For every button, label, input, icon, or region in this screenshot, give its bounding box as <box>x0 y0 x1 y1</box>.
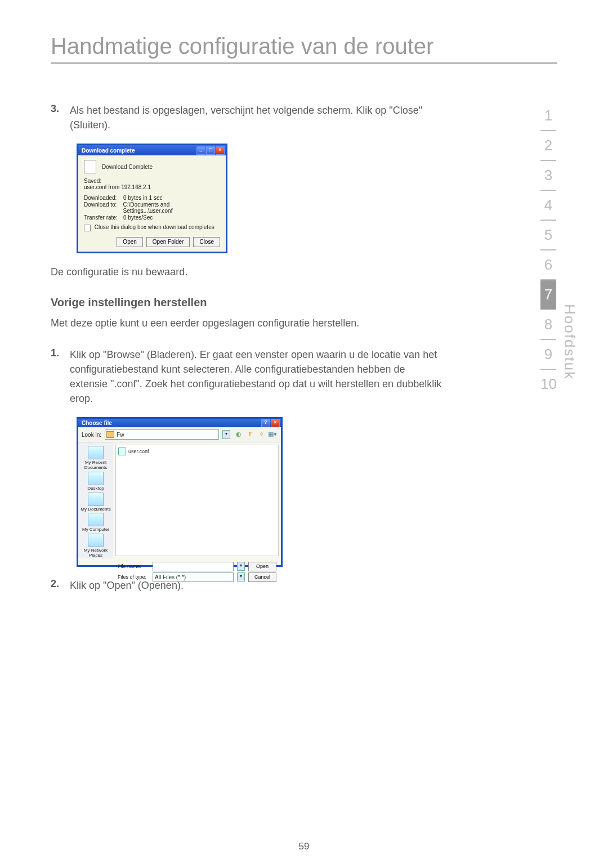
step-3-number: 3. <box>51 103 70 132</box>
downloadto-label: Download to: <box>84 202 123 214</box>
step-3: 3. Als het bestand is opgeslagen, versch… <box>51 103 445 132</box>
look-in-dropdown[interactable]: Fw <box>105 429 219 440</box>
close-when-done-label: Close this dialog box when download comp… <box>95 224 214 230</box>
dropdown-arrow-icon[interactable]: ▾ <box>237 562 245 571</box>
sidebar-label: Hoofdstuk <box>561 304 578 380</box>
close-icon[interactable]: × <box>216 146 225 155</box>
chapter-4[interactable]: 4 <box>540 191 556 221</box>
dialog1-titlebar: Download complete _ □ × <box>78 145 226 155</box>
folder-icon <box>106 431 114 438</box>
places-bar: My Recent Documents Desktop My Documents… <box>78 442 113 558</box>
filename-input[interactable] <box>153 562 234 571</box>
place-network[interactable]: My Network Places <box>78 534 113 558</box>
close-icon[interactable]: × <box>271 419 280 427</box>
dialog2-title: Choose file <box>82 420 112 426</box>
chapter-5[interactable]: 5 <box>540 221 556 250</box>
config-saved-text: De configuratie is nu bewaard. <box>51 265 445 279</box>
minimize-icon[interactable]: _ <box>196 146 205 155</box>
dialog2-titlebar: Choose file ? × <box>78 419 281 427</box>
title-rule <box>51 62 557 64</box>
downloadto-value: C:\Documents and Settings...\user.conf <box>123 202 220 214</box>
step-2-number: 2. <box>51 578 70 593</box>
look-in-label: Look in: <box>82 432 101 438</box>
download-complete-dialog: Download complete _ □ × Download Complet… <box>77 144 227 253</box>
step-2-text: Klik op "Open" (Openen). <box>70 578 184 593</box>
chapter-3[interactable]: 3 <box>540 161 556 191</box>
downloaded-value: 0 bytes in 1 sec <box>123 195 162 201</box>
restore-subheading: Vorige instellingen herstellen <box>51 296 445 309</box>
open-button[interactable]: Open <box>117 237 142 247</box>
cancel-button[interactable]: Cancel <box>248 572 276 582</box>
chapter-1[interactable]: 1 <box>540 101 556 131</box>
look-in-value: Fw <box>117 432 124 438</box>
transfer-value: 0 bytes/Sec <box>123 214 153 221</box>
list-item[interactable]: user.conf <box>118 448 276 455</box>
transfer-label: Transfer rate: <box>84 214 123 221</box>
step-3-text: Als het bestand is opgeslagen, verschijn… <box>70 103 445 132</box>
chapter-list: 12345678910 <box>540 101 556 399</box>
dialog1-saved-value: user.conf from 192.168.2.1 <box>84 184 220 190</box>
file-list[interactable]: user.conf <box>115 445 279 556</box>
help-icon[interactable]: ? <box>261 419 270 427</box>
maximize-icon[interactable]: □ <box>206 146 215 155</box>
dropdown-arrow-icon[interactable]: ▾ <box>237 572 245 581</box>
views-icon[interactable]: ▦▾ <box>267 429 278 440</box>
place-mycomputer[interactable]: My Computer <box>82 513 109 533</box>
file-name: user.conf <box>128 449 149 454</box>
dialog1-saved-label: Saved: <box>84 178 220 184</box>
dialog1-header: Download Complete <box>102 164 153 170</box>
dropdown-arrow-icon[interactable]: ▾ <box>222 430 230 439</box>
document-icon <box>84 160 96 173</box>
close-button[interactable]: Close <box>193 237 220 247</box>
step-1-number: 1. <box>51 347 70 406</box>
chapter-8[interactable]: 8 <box>540 310 556 340</box>
chapter-9[interactable]: 9 <box>540 340 556 370</box>
restore-intro: Met deze optie kunt u een eerder opgesla… <box>51 316 445 330</box>
new-folder-icon[interactable]: ✧ <box>256 429 266 440</box>
chapter-2[interactable]: 2 <box>540 131 556 161</box>
up-icon[interactable]: ⇑ <box>245 429 255 440</box>
step-1: 1. Klik op "Browse" (Bladeren). Er gaat … <box>51 347 445 406</box>
step-1-text: Klik op "Browse" (Bladeren). Er gaat een… <box>70 347 445 406</box>
chapter-6[interactable]: 6 <box>540 250 556 280</box>
close-when-done-checkbox[interactable] <box>84 225 91 231</box>
page-number: 59 <box>0 841 608 852</box>
file-icon <box>118 448 126 455</box>
chapter-sidebar: 12345678910 Hoofdstuk <box>540 101 581 399</box>
place-mydocs[interactable]: My Documents <box>81 493 110 512</box>
dialog1-title: Download complete <box>82 147 135 154</box>
chapter-10[interactable]: 10 <box>540 370 556 399</box>
back-icon[interactable]: ◐ <box>234 429 244 440</box>
downloaded-label: Downloaded: <box>84 195 123 201</box>
filename-label: File name: <box>118 563 149 569</box>
choose-file-dialog: Choose file ? × Look in: Fw ▾ ◐ ⇑ ✧ ▦▾ <box>77 417 283 567</box>
place-recent[interactable]: My Recent Documents <box>78 446 113 471</box>
chapter-7[interactable]: 7 <box>540 280 556 310</box>
page-title: Handmatige configuratie van de router <box>51 34 557 59</box>
place-desktop[interactable]: Desktop <box>87 472 104 491</box>
open-folder-button[interactable]: Open Folder <box>146 237 190 247</box>
open-button[interactable]: Open <box>248 562 276 571</box>
